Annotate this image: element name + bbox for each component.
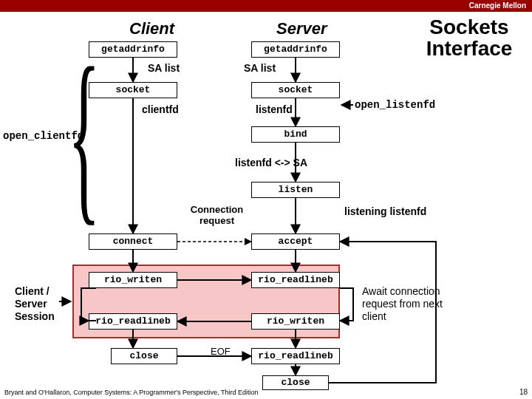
client-heading: Client: [129, 19, 174, 38]
brand-label: Carnegie Mellon: [469, 1, 526, 10]
server-getaddrinfo-box: getaddrinfo: [251, 41, 340, 58]
await-annotation: Await connection request from next clien…: [362, 285, 458, 322]
listening-listenfd-label: listening listenfd: [344, 205, 426, 217]
client-getaddrinfo-box: getaddrinfo: [89, 41, 177, 58]
diagram-stage: Sockets Interface Client Server { open_c…: [0, 12, 532, 399]
client-rio-writen-box: rio_writen: [89, 272, 177, 288]
server-bind-box: bind: [251, 126, 340, 143]
listenfd-sa-label: listenfd <-> SA: [235, 157, 307, 168]
connection-request-label: Connection request: [185, 204, 248, 226]
client-connect-box: connect: [89, 233, 177, 250]
eof-label: EOF: [211, 346, 231, 357]
client-close-box: close: [111, 348, 177, 364]
server-accept-box: accept: [251, 233, 340, 250]
sa-list-server-label: SA list: [244, 62, 276, 74]
server-listen-box: listen: [251, 182, 340, 198]
session-label: Client / Server Session: [15, 285, 59, 322]
server-rio-readlineb2-box: rio_readlineb: [251, 348, 340, 364]
server-socket-box: socket: [251, 82, 340, 98]
listenfd-label: listenfd: [256, 103, 293, 115]
top-bar: Carnegie Mellon: [0, 0, 532, 12]
server-rio-readlineb-box: rio_readlineb: [251, 272, 340, 288]
server-heading: Server: [276, 19, 327, 38]
open-listenfd-label: open_listenfd: [355, 99, 435, 111]
client-socket-box: socket: [89, 82, 177, 98]
footer-text: Bryant and O'Hallaron, Computer Systems:…: [4, 389, 258, 396]
open-clientfd-label: open_clientfd: [3, 130, 83, 142]
client-rio-readlineb-box: rio_readlineb: [89, 313, 177, 330]
sa-list-client-label: SA list: [148, 62, 180, 74]
page-number: 18: [519, 388, 528, 396]
server-rio-writen-box: rio_writen: [251, 313, 340, 330]
server-close-box: close: [262, 375, 329, 390]
page-title: Sockets Interface: [414, 16, 525, 60]
clientfd-label: clientfd: [142, 103, 179, 115]
